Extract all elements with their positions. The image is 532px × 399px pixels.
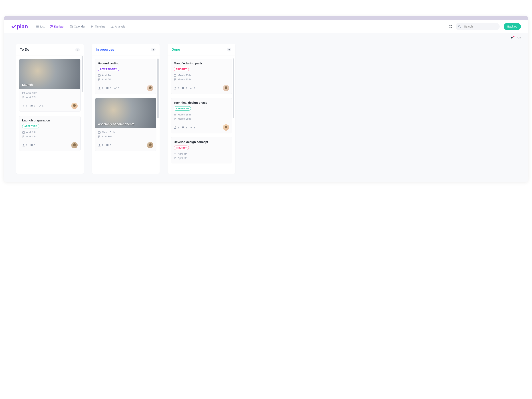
column-todo: To Do 9 Launch April 10th [16, 44, 84, 174]
filter-button[interactable] [510, 36, 514, 40]
card-assembly[interactable]: Assembly of components March 31th April … [95, 98, 156, 151]
card-title: Develop design concept [174, 140, 229, 143]
card-title: Ground testing [98, 62, 153, 65]
card-title: Technical design phase [174, 101, 229, 104]
comments-stat: 3 [106, 87, 111, 90]
tab-kanban[interactable]: Kanban [50, 25, 64, 28]
end-date: April 3rd [98, 135, 153, 138]
upload-icon [174, 87, 177, 90]
tab-calendar[interactable]: Calender [70, 25, 85, 28]
card-technical-design[interactable]: Technical design phase APPROVED March 28… [171, 98, 232, 133]
start-date: March 28th [174, 113, 229, 116]
comment-icon [30, 105, 33, 107]
search-input[interactable] [464, 25, 499, 28]
avatar[interactable] [223, 85, 229, 91]
kanban-icon [50, 25, 53, 28]
comments-stat: 3 [30, 144, 35, 147]
comments-stat: 3 [106, 144, 111, 147]
tab-label: Timeline [95, 25, 105, 28]
comment-icon [182, 126, 185, 129]
kanban-board: To Do 9 Launch April 10th [4, 42, 528, 182]
header-right: Backlog [449, 23, 521, 30]
card-stats: 2 3 [98, 144, 111, 147]
comment-icon [106, 144, 109, 147]
svg-rect-10 [174, 114, 176, 115]
upload-icon [98, 87, 101, 90]
end-date: April 12th [22, 96, 78, 99]
tab-analysis[interactable]: Analysis [110, 25, 125, 28]
card-launch-prep[interactable]: Launch preparation APPROVED April 13th A… [19, 116, 81, 151]
backlog-button[interactable]: Backlog [504, 23, 521, 30]
card-list: Manufacturing parts PRIORITY March 23th … [168, 56, 235, 167]
column-title: To Do [20, 48, 29, 52]
card-manufacturing[interactable]: Manufacturing parts PRIORITY March 23th … [171, 59, 232, 94]
card-stats: 2 3 3 [174, 87, 195, 90]
end-date: April 6th [98, 78, 153, 81]
scrollbar[interactable] [82, 56, 83, 92]
calendar-icon [22, 92, 25, 94]
start-date: April 4th [174, 152, 229, 155]
avatar[interactable] [147, 85, 153, 91]
tab-timeline[interactable]: Timeline [91, 25, 105, 28]
start-date: March 31th [98, 131, 153, 134]
card-stats: 1 3 [22, 144, 35, 147]
scrollbar[interactable] [233, 58, 234, 118]
scrollbar[interactable] [157, 58, 158, 118]
upload-icon [98, 144, 101, 147]
upload-icon [22, 144, 25, 147]
comments-stat: 3 [182, 87, 187, 90]
search-field[interactable] [456, 23, 500, 30]
flag-icon [98, 135, 101, 138]
search-icon [456, 23, 463, 30]
column-title: Done [171, 48, 180, 52]
svg-rect-7 [98, 74, 101, 76]
flag-icon [174, 118, 177, 120]
approved-tag: APPROVED [22, 124, 39, 128]
card-cover-image: Assembly of components [95, 98, 156, 128]
comments-stat: 2 [30, 105, 35, 107]
upload-icon [174, 126, 177, 129]
column-count: 5 [151, 48, 156, 51]
list-icon [36, 25, 39, 28]
analysis-icon [110, 25, 114, 28]
expand-icon[interactable] [449, 25, 452, 28]
tab-label: Calender [74, 25, 85, 28]
calendar-icon [174, 153, 177, 155]
view-tabs: List Kanban Calender Timeline Analysis [36, 25, 126, 28]
column-title: In progress [96, 48, 114, 52]
comment-icon [30, 144, 33, 147]
avatar[interactable] [223, 124, 229, 131]
avatar[interactable] [71, 142, 78, 148]
column-count: 6 [227, 48, 231, 51]
end-date: March 23th [174, 78, 229, 81]
board-toolbar [4, 33, 528, 42]
filter-badge [513, 35, 515, 37]
visibility-button[interactable] [517, 36, 521, 40]
approved-tag: APPROVED [174, 106, 191, 111]
tab-list[interactable]: List [36, 25, 45, 28]
start-date: April 10th [22, 92, 78, 94]
avatar[interactable] [71, 103, 78, 109]
card-list: Ground testing LOW PRIORITY April 2nd Ap… [92, 56, 160, 154]
card-ground-testing[interactable]: Ground testing LOW PRIORITY April 2nd Ap… [95, 59, 156, 94]
calendar-icon [98, 131, 101, 134]
card-design-concept[interactable]: Develop design concept PRIORITY April 4t… [171, 137, 232, 163]
check-icon [190, 126, 193, 129]
avatar[interactable] [147, 142, 153, 148]
calendar-icon [70, 25, 73, 28]
card-stats: 1 2 6 [22, 105, 44, 107]
flag-icon [22, 135, 25, 138]
card-launch[interactable]: Launch April 10th April 12th [19, 59, 81, 112]
column-header: To Do 9 [16, 44, 84, 56]
check-icon [38, 105, 41, 107]
card-title: Manufacturing parts [174, 62, 229, 65]
calendar-icon [174, 113, 177, 116]
timeline-icon [91, 25, 94, 28]
attachments-stat: 1 [22, 144, 27, 147]
calendar-icon [174, 74, 177, 77]
logo[interactable]: plan [11, 23, 28, 30]
column-header: In progress 5 [92, 44, 160, 56]
check-icon [190, 87, 193, 90]
start-date: April 2nd [98, 74, 153, 77]
tab-label: List [40, 25, 45, 28]
